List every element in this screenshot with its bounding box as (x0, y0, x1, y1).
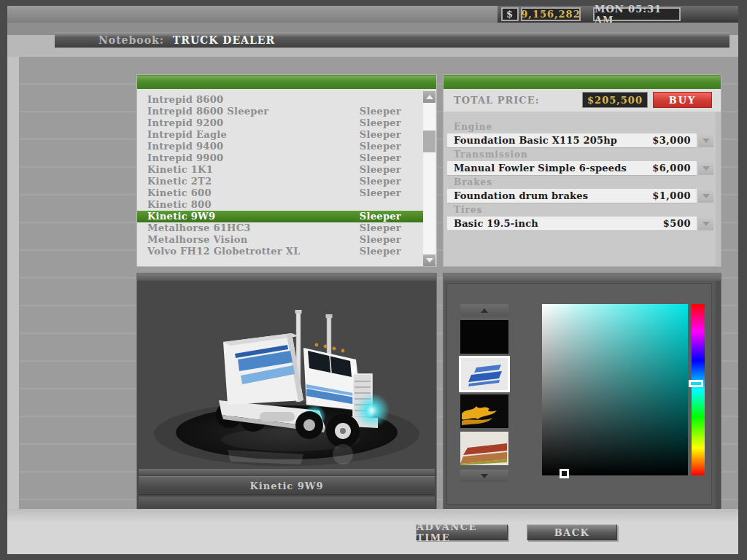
truck-cab-type: Sleeper (360, 106, 401, 117)
part-selection-bar: Manual Fowler Simple 6-speeds$6,000 (447, 161, 697, 175)
truck-name: Intrepid Eagle (147, 129, 360, 141)
preview-lower-bar (139, 497, 435, 506)
paint-swatch-black-yellow-flames[interactable] (460, 394, 508, 428)
truck-name: Kinetic 600 (147, 187, 360, 199)
paint-swatch-white-red-stripes[interactable] (460, 432, 508, 465)
part-section-label: Tires (444, 206, 721, 215)
dollar-icon: $ (501, 7, 519, 21)
truck-list-item[interactable]: Intrepid 8600 (137, 94, 423, 106)
scroll-thumb[interactable] (423, 131, 436, 152)
scheme-scroll-up-button[interactable] (460, 304, 508, 316)
buy-button[interactable]: BUY (653, 92, 712, 108)
truck-preview-panel: Kinetic 9W9 (137, 273, 436, 510)
total-price-row: TOTAL PRICE: $205,500 BUY (444, 89, 721, 112)
truck-dealer-screen: $ 9,156,282 MON 05:31 AM Notebook: TRUCK… (0, 0, 747, 560)
money-display: 9,156,282 (521, 7, 581, 21)
back-button[interactable]: BACK (527, 524, 617, 540)
hue-slider[interactable] (692, 304, 705, 475)
arrow-up-icon (481, 308, 488, 313)
scroll-down-button[interactable] (423, 254, 436, 266)
paint-top-bar (444, 273, 721, 281)
truck-name: Intrepid 8600 (147, 94, 401, 106)
part-name: Foundation drum brakes (447, 190, 652, 201)
truck-list-item[interactable]: Intrepid 8600 SleeperSleeper (137, 106, 423, 117)
truck-name: Metalhorse 61HC3 (147, 222, 360, 234)
window-body: $ 9,156,282 MON 05:31 AM Notebook: TRUCK… (7, 6, 738, 554)
truck-name: Kinetic 1K1 (147, 164, 360, 176)
paint-panel (444, 273, 721, 510)
part-section-engine: EngineFoundation Basic X115 205hp$3,000 (444, 122, 721, 147)
truck-cab-type: Sleeper (360, 187, 401, 199)
configuration-header (444, 75, 721, 89)
arrow-down-icon (426, 258, 433, 262)
part-dropdown-button[interactable] (698, 161, 713, 175)
truck-name: Kinetic 2T2 (147, 176, 360, 187)
truck-name: Volvo FH12 Globetrotter XL (147, 246, 360, 257)
part-price: $3,000 (652, 135, 697, 146)
truck-cab-type: Sleeper (360, 141, 401, 152)
truck-list-item[interactable]: Intrepid 9400Sleeper (137, 141, 423, 152)
truck-list-item[interactable]: Metalhorse VisionSleeper (137, 234, 423, 246)
truck-list-header (137, 75, 436, 89)
total-price-label: TOTAL PRICE: (454, 95, 539, 106)
truck-cab-type: Sleeper (360, 222, 401, 234)
left-strip (7, 57, 19, 509)
scroll-up-button[interactable] (423, 91, 436, 103)
truck-list-panel: Intrepid 8600Intrepid 8600 SleeperSleepe… (137, 75, 436, 266)
truck-list-scrollbar[interactable] (423, 91, 436, 266)
notebook-title-bar: Notebook: TRUCK DEALER (55, 32, 729, 47)
hue-cursor[interactable] (689, 380, 703, 387)
truck-cab-type: Sleeper (360, 176, 401, 187)
part-dropdown-button[interactable] (698, 133, 713, 147)
truck-cab-type: Sleeper (360, 129, 401, 141)
scheme-scroll-down-button[interactable] (460, 470, 508, 482)
part-dropdown-button[interactable] (698, 217, 713, 230)
notebook-label: Notebook: (98, 34, 164, 46)
status-cluster: $ 9,156,282 MON 05:31 AM (498, 6, 738, 23)
scheme-swatches (460, 320, 508, 465)
footer-band: ADVANCE TIME BACK (7, 509, 738, 554)
truck-name: Intrepid 9400 (147, 141, 360, 152)
truck-list-item[interactable]: Metalhorse 61HC3Sleeper (137, 222, 423, 234)
truck-cab-type: Sleeper (360, 164, 401, 176)
truck-name: Kinetic 9W9 (147, 211, 360, 222)
color-cursor[interactable] (560, 469, 569, 478)
part-dropdown-button[interactable] (698, 189, 713, 203)
total-price-value: $205,500 (582, 92, 648, 108)
part-selection-bar: Foundation drum brakes$1,000 (447, 189, 697, 203)
part-section-brakes: BrakesFoundation drum brakes$1,000 (444, 178, 721, 203)
truck-list-item[interactable]: Kinetic 9W9Sleeper (137, 211, 423, 222)
truck-list-item[interactable]: Intrepid 9900Sleeper (137, 152, 423, 164)
arrow-down-icon (481, 474, 488, 478)
truck-list-item[interactable]: Intrepid 9200Sleeper (137, 117, 423, 129)
saturation-value-field[interactable] (542, 304, 688, 475)
part-name: Manual Fowler Simple 6-speeds (447, 163, 652, 174)
advance-time-button[interactable]: ADVANCE TIME (416, 524, 508, 540)
truck-list-item[interactable]: Volvo FH12 Globetrotter XLSleeper (137, 246, 423, 257)
paint-scheme-list (460, 304, 508, 482)
part-selection-bar: Basic 19.5-inch$500 (447, 217, 697, 230)
paint-body (447, 284, 711, 504)
truck-list-item[interactable]: Kinetic 800 (137, 199, 423, 211)
chevron-down-icon (703, 166, 710, 171)
paint-swatch-solid-black[interactable] (460, 320, 508, 354)
truck-cab-type: Sleeper (360, 234, 401, 246)
truck-list-item[interactable]: Kinetic 600Sleeper (137, 187, 423, 199)
truck-list-item[interactable]: Kinetic 1K1Sleeper (137, 164, 423, 176)
part-section-label: Transmission (444, 150, 721, 160)
chevron-down-icon (703, 139, 710, 143)
part-price: $1,000 (652, 190, 697, 201)
truck-render (137, 281, 436, 469)
main-area: Intrepid 8600Intrepid 8600 SleeperSleepe… (7, 57, 738, 509)
preview-divider (139, 469, 435, 475)
truck-list-item[interactable]: Kinetic 2T2Sleeper (137, 176, 423, 187)
top-status-bar: $ 9,156,282 MON 05:31 AM (7, 6, 738, 23)
chevron-down-icon (703, 222, 710, 226)
paint-swatch-white-blue-stripes[interactable] (460, 357, 508, 391)
configuration-panel: TOTAL PRICE: $205,500 BUY EngineFoundati… (444, 75, 721, 266)
part-selection-bar: Foundation Basic X115 205hp$3,000 (447, 133, 697, 147)
truck-name: Intrepid 9900 (147, 152, 360, 164)
part-section-label: Engine (444, 122, 721, 132)
truck-name: Intrepid 8600 Sleeper (147, 106, 360, 117)
truck-list-item[interactable]: Intrepid EagleSleeper (137, 129, 423, 141)
